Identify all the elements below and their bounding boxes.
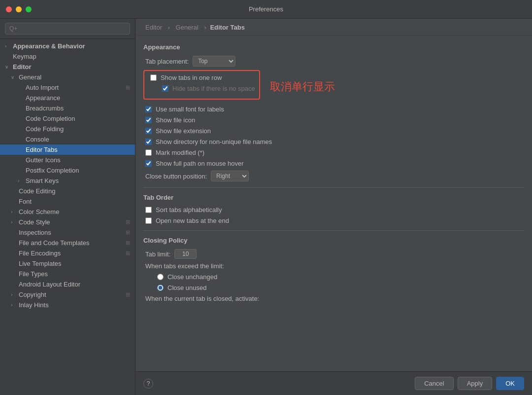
sidebar-item-gutter-icons[interactable]: Gutter Icons xyxy=(0,155,135,165)
sidebar-item-keymap[interactable]: Keymap xyxy=(0,51,135,62)
sidebar-item-label: Color Scheme xyxy=(19,208,59,215)
traffic-lights xyxy=(6,6,32,12)
sidebar-item-file-types[interactable]: File Types xyxy=(0,269,135,279)
sidebar-item-console[interactable]: Console xyxy=(0,134,135,144)
sidebar-item-appearance-behavior[interactable]: › Appearance & Behavior xyxy=(0,41,135,51)
divider1 xyxy=(143,187,524,188)
sidebar-item-editor-tabs[interactable]: Editor Tabs xyxy=(0,144,135,155)
sidebar-item-android-layout-editor[interactable]: Android Layout Editor xyxy=(0,279,135,289)
cancel-button[interactable]: Cancel xyxy=(415,377,453,390)
close-unused-radio[interactable] xyxy=(157,285,164,291)
show-directory-checkbox[interactable] xyxy=(145,139,152,145)
hide-tabs-checkbox[interactable] xyxy=(162,85,168,92)
sidebar-item-label: Auto Import xyxy=(26,84,59,91)
use-small-font-row: Use small font for labels xyxy=(143,106,524,113)
sidebar-item-code-editing[interactable]: Code Editing xyxy=(0,186,135,196)
close-button-row: Close button position: Right Left None xyxy=(143,171,524,181)
show-tabs-checkbox[interactable] xyxy=(150,74,157,81)
sidebar-item-font[interactable]: Font xyxy=(0,196,135,207)
sidebar-item-label: File Encodings xyxy=(19,250,61,257)
sidebar-item-file-encodings[interactable]: File Encodings ⊞ xyxy=(0,248,135,258)
sidebar-item-inlay-hints[interactable]: › Inlay Hints xyxy=(0,300,135,310)
close-button-select[interactable]: Right Left None xyxy=(211,171,249,181)
window-title: Preferences xyxy=(249,5,283,13)
open-new-tabs-checkbox[interactable] xyxy=(145,217,152,224)
sidebar-item-editor[interactable]: ∨ Editor xyxy=(0,62,135,72)
sidebar-item-live-templates[interactable]: Live Templates xyxy=(0,258,135,269)
main-container: › Appearance & Behavior Keymap ∨ Editor … xyxy=(0,19,532,395)
content-area: Editor › General › Editor Tabs Appearanc… xyxy=(135,19,532,395)
sidebar-item-breadcrumbs[interactable]: Breadcrumbs xyxy=(0,103,135,113)
show-file-icon-label: Show file icon xyxy=(156,116,195,124)
sidebar-item-color-scheme[interactable]: › Color Scheme xyxy=(0,207,135,217)
breadcrumb-sep1: › xyxy=(168,24,172,31)
close-unused-label: Close unused xyxy=(167,284,207,291)
mark-modified-row: Mark modified (*) xyxy=(143,149,524,156)
breadcrumb-sep2: › xyxy=(204,24,208,31)
sidebar-item-label: Live Templates xyxy=(19,260,61,267)
chevron-icon: › xyxy=(18,178,24,183)
show-file-icon-checkbox[interactable] xyxy=(145,117,152,123)
sidebar-item-auto-import[interactable]: Auto Import ⊞ xyxy=(0,82,135,93)
sidebar-item-postfix-completion[interactable]: Postfix Completion xyxy=(0,165,135,176)
tab-placement-row: Tab placement: Top Bottom Left Right Non… xyxy=(143,56,524,67)
divider2 xyxy=(143,230,524,231)
close-unused-row: Close unused xyxy=(143,284,524,291)
mark-modified-checkbox[interactable] xyxy=(145,149,152,156)
sidebar-item-label: Code Completion xyxy=(26,115,75,122)
breadcrumb-current: Editor Tabs xyxy=(210,24,245,31)
show-full-path-row: Show full path on mouse hover xyxy=(143,160,524,167)
breadcrumb-part1: Editor xyxy=(145,24,162,31)
hide-tabs-row: Hide tabs if there is no space xyxy=(148,85,255,92)
tab-limit-row: Tab limit: xyxy=(143,249,524,259)
sidebar-item-general[interactable]: ∨ General xyxy=(0,72,135,82)
hide-tabs-label: Hide tabs if there is no space xyxy=(172,85,255,92)
apply-button[interactable]: Apply xyxy=(458,377,493,390)
search-bar xyxy=(0,19,135,39)
tab-placement-label: Tab placement: xyxy=(145,58,189,65)
titlebar: Preferences xyxy=(0,0,532,19)
sidebar-item-label: Inlay Hints xyxy=(19,301,49,309)
mark-modified-label: Mark modified (*) xyxy=(156,149,204,156)
minimize-button[interactable] xyxy=(16,6,22,12)
help-button[interactable]: ? xyxy=(143,379,153,389)
tab-placement-select[interactable]: Top Bottom Left Right None xyxy=(193,56,235,67)
ok-button[interactable]: OK xyxy=(496,377,524,390)
show-file-extension-label: Show file extension xyxy=(156,127,211,135)
sidebar: › Appearance & Behavior Keymap ∨ Editor … xyxy=(0,19,135,395)
sidebar-item-label: Font xyxy=(19,198,32,205)
copy-icon: ⊞ xyxy=(126,229,130,236)
sidebar-item-label: Code Editing xyxy=(19,187,55,195)
show-full-path-checkbox[interactable] xyxy=(145,160,152,167)
close-button[interactable] xyxy=(6,6,12,12)
search-input[interactable] xyxy=(5,23,130,35)
show-tabs-label: Show tabs in one row xyxy=(161,74,222,81)
sidebar-item-inspections[interactable]: Inspections ⊞ xyxy=(0,227,135,238)
use-small-font-checkbox[interactable] xyxy=(145,106,152,112)
when-current-closed-row: When the current tab is closed, activate… xyxy=(143,295,524,302)
show-tabs-row: Show tabs in one row xyxy=(148,74,255,81)
sidebar-item-label: Gutter Icons xyxy=(26,156,61,164)
sidebar-item-smart-keys[interactable]: › Smart Keys xyxy=(0,176,135,186)
sort-tabs-checkbox[interactable] xyxy=(145,207,152,213)
sidebar-item-label: Copyright xyxy=(19,291,46,298)
sidebar-tree: › Appearance & Behavior Keymap ∨ Editor … xyxy=(0,39,135,395)
sidebar-item-code-completion[interactable]: Code Completion xyxy=(0,113,135,124)
sidebar-item-code-style[interactable]: › Code Style ⊞ xyxy=(0,217,135,227)
annotation-row: Show tabs in one row Hide tabs if there … xyxy=(143,70,524,104)
chevron-icon: › xyxy=(11,292,17,297)
settings-content: Appearance Tab placement: Top Bottom Lef… xyxy=(135,36,532,371)
close-unchanged-radio[interactable] xyxy=(157,274,164,280)
sidebar-item-copyright[interactable]: › Copyright ⊞ xyxy=(0,289,135,300)
sidebar-item-label: Breadcrumbs xyxy=(26,105,64,112)
breadcrumb: Editor › General › Editor Tabs xyxy=(135,19,532,36)
tab-limit-input[interactable] xyxy=(174,249,197,259)
sidebar-item-file-code-templates[interactable]: File and Code Templates ⊞ xyxy=(0,238,135,248)
copy-icon: ⊞ xyxy=(126,250,130,256)
show-file-extension-checkbox[interactable] xyxy=(145,128,152,134)
sidebar-item-code-folding[interactable]: Code Folding xyxy=(0,124,135,134)
fullscreen-button[interactable] xyxy=(26,6,32,12)
chevron-down-icon: ∨ xyxy=(11,74,17,80)
chevron-down-icon: ∨ xyxy=(5,64,11,70)
sidebar-item-appearance[interactable]: Appearance xyxy=(0,93,135,103)
